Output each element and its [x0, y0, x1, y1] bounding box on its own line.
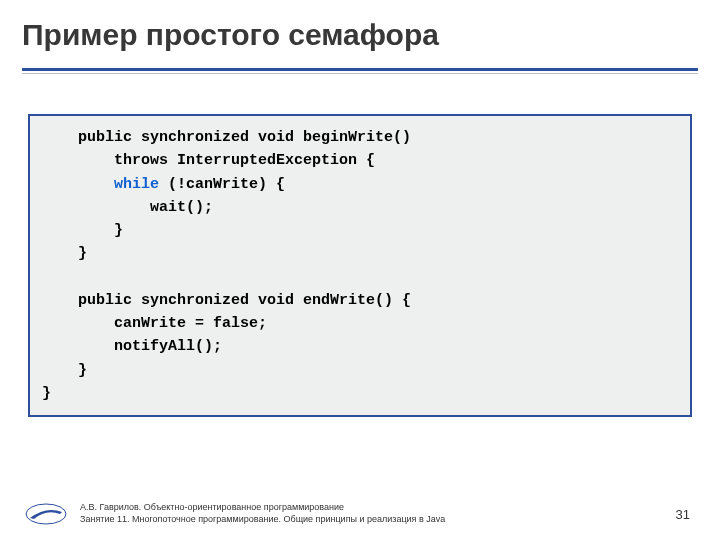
footer-text: А.В. Гаврилов. Объектно-ориентированное … — [80, 502, 676, 525]
title-divider — [22, 68, 698, 74]
code-line: } — [42, 245, 87, 262]
code-line: public synchronized void beginWrite() — [42, 129, 411, 146]
page-number: 31 — [676, 507, 696, 522]
footer-line2: Занятие 11. Многопоточное программирован… — [80, 514, 676, 526]
page-title: Пример простого семафора — [0, 0, 720, 62]
code-line: throws InterruptedException { — [42, 152, 375, 169]
code-line: wait(); — [42, 199, 213, 216]
code-line: public synchronized void endWrite() { — [42, 292, 411, 309]
footer: А.В. Гаврилов. Объектно-ориентированное … — [0, 502, 720, 526]
code-line: (!canWrite) { — [159, 176, 285, 193]
code-keyword: while — [114, 176, 159, 193]
footer-line1: А.В. Гаврилов. Объектно-ориентированное … — [80, 502, 676, 514]
code-line: } — [42, 362, 87, 379]
code-line — [42, 176, 114, 193]
code-line: canWrite = false; — [42, 315, 267, 332]
code-line: notifyAll(); — [42, 338, 222, 355]
code-line: } — [42, 222, 123, 239]
code-line: } — [42, 385, 51, 402]
code-block: public synchronized void beginWrite() th… — [28, 114, 692, 417]
logo-icon — [24, 502, 68, 526]
